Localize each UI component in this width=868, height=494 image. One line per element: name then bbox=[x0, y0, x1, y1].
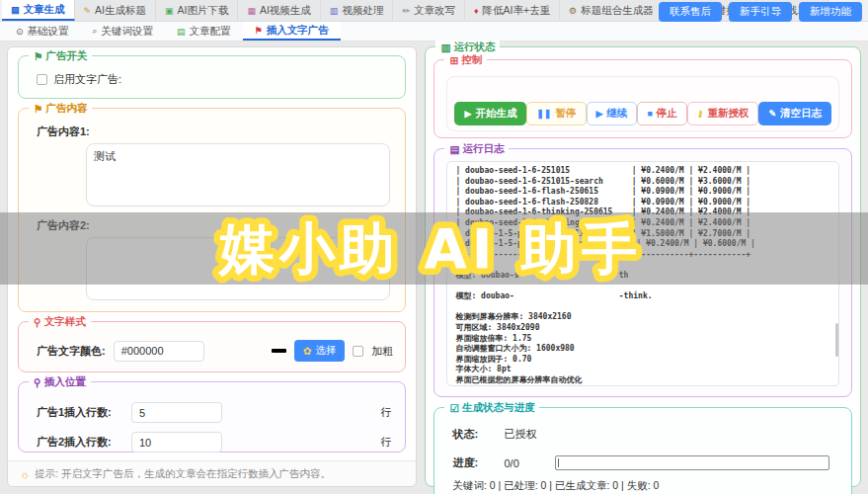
log-line: | doubao-seed-1-6-flash-250828 | ¥0.0900… bbox=[455, 198, 830, 208]
log-line: 可用区域: 3840x2090 bbox=[455, 323, 830, 334]
progress-value: 0/0 bbox=[504, 457, 555, 469]
ad-content-1-input[interactable]: 测试 bbox=[86, 143, 390, 206]
hint-text: 提示: 开启文字广告后，生成的文章会在指定行数插入广告内容。 bbox=[35, 467, 331, 481]
log-line: | doubao-1-5-pro-32k-character-250228 | … bbox=[455, 239, 830, 250]
document-icon: ▤ bbox=[177, 27, 186, 37]
pen-icon: ✎ bbox=[84, 6, 92, 16]
contact-support-button[interactable]: 联系售后 bbox=[659, 2, 722, 22]
log-line: 模型: doubao- -think. bbox=[455, 291, 830, 302]
color-preview-dash bbox=[272, 349, 286, 353]
ad-settings-panel: ⚑广告开关 启用文字广告: ⚑广告内容 广告内容1: 测试 广告内容2: ⚲文字… bbox=[7, 46, 417, 487]
ad1-lines-input[interactable] bbox=[131, 402, 222, 423]
log-line: +------------------------------------+--… bbox=[455, 250, 830, 261]
tab-video-process[interactable]: ▥视频处理 bbox=[321, 0, 394, 21]
tab-article-config[interactable]: ▤文章配置 bbox=[165, 22, 243, 41]
grid-icon: ⊞ bbox=[449, 54, 458, 66]
enable-text-ad-checkbox[interactable] bbox=[37, 74, 47, 85]
log-line: 检测到屏幕分辨率: 3840x2160 bbox=[455, 312, 830, 323]
document-icon: ▤ bbox=[11, 5, 20, 15]
status-value: 已授权 bbox=[504, 427, 536, 442]
resume-button[interactable]: ▶继续 bbox=[587, 102, 638, 125]
ad-switch-section: ⚑广告开关 启用文字广告: bbox=[18, 55, 406, 99]
stop-icon: ■ bbox=[647, 109, 652, 119]
log-output[interactable]: | doubao-seed-1-6-251015 | ¥0.2400/M | ¥… bbox=[446, 161, 839, 386]
lightbulb-icon: ☼ bbox=[20, 468, 30, 480]
camera-icon: ▦ bbox=[247, 6, 256, 16]
ad1-lines-label: 广告1插入行数: bbox=[37, 405, 123, 420]
palette-icon: ✿ bbox=[303, 345, 312, 357]
progress-bar-tick bbox=[558, 458, 559, 467]
progress-section: ☑生成状态与进度 状态: 已授权 进度: 0/0 关键词: 0 | 已处理: 0… bbox=[434, 407, 852, 494]
bold-label: 加粗 bbox=[371, 344, 393, 359]
key-icon: ⚷ bbox=[697, 109, 704, 119]
tab-label: 文章配置 bbox=[190, 25, 231, 39]
ad-content-1-label: 广告内容1: bbox=[29, 124, 395, 139]
log-line: | doubao-seed-1-6-251015 | ¥0.2400/M | ¥… bbox=[455, 166, 830, 177]
tab-reduce-ai-rate[interactable]: ♦降低AI率+去重 bbox=[465, 0, 560, 21]
progress-bar bbox=[555, 455, 829, 470]
run-log-section: ▤运行日志 | doubao-seed-1-6-251015 | ¥0.2400… bbox=[434, 148, 852, 397]
log-line: | doubao-1-5-pro-256k-250115 | ¥1.5000/M… bbox=[455, 229, 830, 240]
tab-ai-title[interactable]: ✎AI生成标题 bbox=[75, 0, 156, 21]
tab-article-generate[interactable]: ▤文章生成 bbox=[2, 0, 75, 21]
tab-basic-settings[interactable]: ⊙基础设置 bbox=[4, 22, 81, 41]
tab-label: 基础设置 bbox=[28, 25, 69, 39]
color-pick-button[interactable]: ✿选择 bbox=[294, 340, 346, 362]
ad2-lines-input[interactable] bbox=[131, 432, 222, 453]
megaphone-icon: ⚑ bbox=[255, 26, 263, 36]
tab-insert-text-ad[interactable]: ⚑插入文字广告 bbox=[243, 22, 341, 41]
stop-button[interactable]: ■停止 bbox=[637, 102, 686, 125]
generation-stats: 关键词: 0 | 已处理: 0 | 已生成文章: 0 | 失败: 0 bbox=[444, 473, 841, 493]
text-style-title: ⚲文字样式 bbox=[29, 315, 91, 329]
gear-icon: ⚙ bbox=[569, 6, 577, 16]
tab-title-combiner[interactable]: ⚙标题组合生成器 bbox=[560, 0, 664, 21]
ad-text-color-input[interactable] bbox=[114, 341, 204, 362]
pause-icon: ❚❚ bbox=[536, 109, 551, 119]
brush-icon: ✎ bbox=[768, 109, 776, 119]
run-status-panel: ▥运行状态 ⊞控制 ▶开始生成 ❚❚暂停 ▶继续 ■停止 ⚷重新授权 ✎清空日志… bbox=[425, 46, 861, 487]
clear-log-button[interactable]: ✎清空日志 bbox=[758, 102, 831, 125]
lines-unit: 行 bbox=[380, 405, 391, 420]
tab-ai-video-generate[interactable]: ▦AI视频生成 bbox=[238, 0, 320, 21]
bar-chart-icon: ▥ bbox=[440, 41, 450, 53]
tab-label: 关键词设置 bbox=[102, 25, 154, 39]
control-inner-panel: ▶开始生成 ❚❚暂停 ▶继续 ■停止 ⚷重新授权 ✎清空日志 bbox=[446, 76, 839, 131]
run-log-title: ▤运行日志 bbox=[444, 142, 509, 156]
main-tab-bar: ▤文章生成 ✎AI生成标题 ▣AI图片下载 ▦AI视频生成 ▥视频处理 ✏文章改… bbox=[0, 0, 868, 22]
film-icon: ▥ bbox=[330, 6, 339, 16]
log-line: 模型: doubao-s th bbox=[455, 271, 830, 282]
ad-switch-title: ⚑广告开关 bbox=[29, 49, 92, 63]
image-icon: ▣ bbox=[165, 6, 174, 16]
ad-content-2-input[interactable] bbox=[86, 237, 390, 300]
log-scrollbar[interactable] bbox=[835, 323, 838, 357]
gear-icon: ⊙ bbox=[16, 27, 24, 37]
tab-label: 插入文字广告 bbox=[267, 24, 329, 38]
log-line: 字体大小: 8pt bbox=[455, 365, 830, 375]
reauthorize-button[interactable]: ⚷重新授权 bbox=[687, 102, 759, 125]
insert-position-title: ⚲插入位置 bbox=[29, 375, 91, 389]
control-section: ⊞控制 ▶开始生成 ❚❚暂停 ▶继续 ■停止 ⚷重新授权 ✎清空日志 bbox=[434, 59, 852, 138]
megaphone-icon: ⚑ bbox=[34, 103, 42, 115]
start-generate-button[interactable]: ▶开始生成 bbox=[454, 102, 526, 125]
log-line: 界面缩放倍率: 1.75 bbox=[455, 334, 830, 345]
ad-text-color-label: 广告文字颜色: bbox=[37, 344, 106, 359]
bold-checkbox[interactable] bbox=[353, 346, 363, 357]
tab-ai-image-download[interactable]: ▣AI图片下载 bbox=[156, 0, 238, 21]
progress-label: 进度: bbox=[452, 455, 504, 470]
new-features-button[interactable]: 新增功能 bbox=[799, 2, 862, 22]
text-style-section: ⚲文字样式 广告文字颜色: ✿选择 加粗 bbox=[18, 321, 406, 372]
tab-article-rewrite[interactable]: ✏文章改写 bbox=[393, 0, 465, 21]
tab-label: AI生成标题 bbox=[95, 4, 146, 18]
hint-bar: ☼ 提示: 开启文字广告后，生成的文章会在指定行数插入广告内容。 bbox=[8, 460, 416, 486]
status-label: 状态: bbox=[452, 427, 504, 442]
pause-button[interactable]: ❚❚暂停 bbox=[526, 102, 586, 125]
tab-keyword-settings[interactable]: ⌕关键词设置 bbox=[81, 22, 166, 41]
lines-unit: 行 bbox=[380, 435, 391, 450]
play-icon: ▶ bbox=[596, 109, 603, 119]
beginner-guide-button[interactable]: 新手引导 bbox=[729, 2, 792, 22]
tab-label: 视频处理 bbox=[342, 4, 383, 18]
log-line bbox=[455, 302, 830, 313]
log-line: | doubao-seed-1-6-flash-250615 | ¥0.0900… bbox=[455, 187, 830, 198]
log-line bbox=[455, 282, 830, 292]
run-status-title: ▥运行状态 bbox=[435, 41, 500, 54]
